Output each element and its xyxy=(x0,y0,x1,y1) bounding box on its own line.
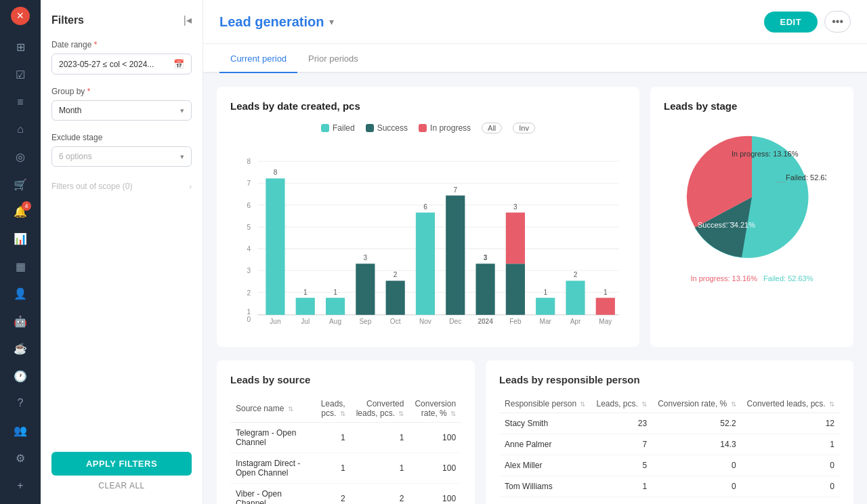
exclude-stage-value: 6 options xyxy=(59,152,92,161)
nav-people[interactable]: 👥 xyxy=(8,419,33,442)
nav-home[interactable]: ⌂ xyxy=(8,118,33,141)
exclude-stage-select[interactable]: 6 options ▾ xyxy=(51,146,192,167)
nav-coffee[interactable]: ☕ xyxy=(8,337,33,360)
source-table: Source name ⇅ Leads,pcs. ⇅ Convertedlead… xyxy=(230,395,461,504)
clear-all-button[interactable]: CLEAR ALL xyxy=(51,481,192,490)
person-table-card: Leads by responsible person Responsible … xyxy=(486,360,853,504)
nav-notifications[interactable]: 🔔 4 xyxy=(8,200,33,223)
source-table-title: Leads by source xyxy=(230,374,461,385)
group-by-group: Group by * Month ▾ xyxy=(51,87,192,121)
bar-chart-legend: Failed Success In progress All Inv xyxy=(230,123,626,133)
notification-badge: 4 xyxy=(22,201,31,211)
svg-text:Failed: 52.63%: Failed: 52.63% xyxy=(786,173,826,182)
nav-chart[interactable]: ◎ xyxy=(8,145,33,168)
person-name: Anne Palmer xyxy=(499,434,591,455)
source-leads: 2 xyxy=(316,484,351,505)
person-leads: 23 xyxy=(591,413,652,434)
bar-apr-top xyxy=(566,280,585,314)
inv-filter-button[interactable]: Inv xyxy=(513,123,535,133)
group-by-label: Group by * xyxy=(51,87,192,96)
svg-text:Mar: Mar xyxy=(540,318,552,325)
filters-panel: Filters |◂ Date range * 2023-05-27 ≤ col… xyxy=(41,0,203,504)
source-converted: 2 xyxy=(351,484,410,505)
pie-chart-card: Leads by stage xyxy=(650,87,853,347)
svg-text:Jul: Jul xyxy=(301,318,310,325)
person-table-row: Stacy Smith 23 52.2 12 xyxy=(499,413,840,434)
page-title: Lead generation xyxy=(219,14,324,30)
pie-chart-title: Leads by stage xyxy=(664,100,840,112)
filters-out-of-scope[interactable]: Filters out of scope (0) › xyxy=(51,182,192,191)
bar-jun xyxy=(266,178,284,314)
close-button[interactable]: ✕ xyxy=(11,7,30,25)
col-conversion-rate[interactable]: Conversionrate, % ⇅ xyxy=(409,395,461,423)
nav-help[interactable]: ? xyxy=(8,392,33,415)
person-name: Stacy Smith xyxy=(499,413,591,434)
person-converted: 0 xyxy=(742,476,840,497)
exclude-stage-label: Exclude stage xyxy=(51,133,192,142)
source-table-header: Source name ⇅ Leads,pcs. ⇅ Convertedlead… xyxy=(230,395,461,423)
bar-nov xyxy=(416,213,435,315)
col-person-converted[interactable]: Converted leads, pcs. ⇅ xyxy=(742,395,840,413)
person-table-title: Leads by responsible person xyxy=(499,374,840,385)
col-person-leads[interactable]: Leads, pcs. ⇅ xyxy=(591,395,652,413)
nav-filter[interactable]: ≡ xyxy=(8,91,33,114)
nav-add[interactable]: + xyxy=(8,474,33,497)
svg-text:3: 3 xyxy=(364,254,368,261)
bar-2024 xyxy=(475,264,494,315)
nav-bar-chart[interactable]: ▦ xyxy=(8,255,33,278)
bar-jul xyxy=(296,298,315,315)
legend-in-progress: In progress xyxy=(419,123,471,133)
col-source-name[interactable]: Source name ⇅ xyxy=(230,395,316,423)
nav-tasks[interactable]: ☑ xyxy=(8,63,33,86)
nav-users[interactable]: 👤 xyxy=(8,282,33,306)
tables-row: Leads by source Source name ⇅ Leads,pcs.… xyxy=(217,360,853,504)
person-table-row: Tom Williams 1 0 0 xyxy=(499,476,840,497)
person-name: Tom Williams xyxy=(499,476,591,497)
bar-may xyxy=(596,298,615,315)
header-actions: EDIT ••• xyxy=(764,11,851,33)
group-by-select[interactable]: Month ▾ xyxy=(51,100,192,121)
person-converted: 0 xyxy=(742,455,840,476)
col-responsible-person[interactable]: Responsible person ⇅ xyxy=(499,395,591,413)
svg-text:2024: 2024 xyxy=(478,318,493,325)
nav-settings[interactable]: ⚙ xyxy=(8,446,33,469)
person-table-row: Alex Miller 5 0 0 xyxy=(499,455,840,476)
person-converted: 12 xyxy=(742,413,840,434)
col-person-rate[interactable]: Conversion rate, % ⇅ xyxy=(652,395,741,413)
nav-analytics[interactable]: 📊 xyxy=(8,228,33,251)
nav-cart[interactable]: 🛒 xyxy=(8,173,33,196)
col-leads-pcs[interactable]: Leads,pcs. ⇅ xyxy=(316,395,351,423)
tab-prior-periods[interactable]: Prior periods xyxy=(297,44,369,73)
source-name: Instagram Direct - Open Channel xyxy=(230,453,316,484)
all-filter-button[interactable]: All xyxy=(482,123,502,133)
nav-dashboard[interactable]: ⊞ xyxy=(8,36,33,59)
apply-filters-button[interactable]: APPLY FILTERS xyxy=(51,452,192,476)
collapse-button[interactable]: |◂ xyxy=(184,14,192,26)
person-rate: 0 xyxy=(652,497,741,505)
person-name: Justin Testard xyxy=(499,497,591,505)
source-table-row: Viber - Open Channel 2 2 100 xyxy=(230,484,461,505)
tab-current-period[interactable]: Current period xyxy=(219,44,297,73)
col-converted-leads[interactable]: Convertedleads, pcs. ⇅ xyxy=(351,395,410,423)
charts-row: Leads by date created, pcs Failed Succes… xyxy=(217,87,853,347)
svg-text:2: 2 xyxy=(394,271,398,278)
bar-dec xyxy=(446,196,465,315)
source-name: Telegram - Open Channel xyxy=(230,423,316,453)
edit-button[interactable]: EDIT xyxy=(764,12,818,33)
more-options-button[interactable]: ••• xyxy=(824,11,851,33)
nav-bot[interactable]: 🤖 xyxy=(8,310,33,333)
nav-clock[interactable]: 🕐 xyxy=(8,364,33,387)
chevron-down-icon: ▾ xyxy=(180,152,184,161)
svg-text:In progress: 13.16%: In progress: 13.16% xyxy=(732,150,799,158)
date-range-input[interactable]: 2023-05-27 ≤ col < 2024... 📅 xyxy=(51,54,192,75)
person-rate: 0 xyxy=(652,455,741,476)
svg-text:6: 6 xyxy=(423,203,427,211)
pie-label-failed: In progress: 13.16% xyxy=(690,274,757,282)
source-table-card: Leads by source Source name ⇅ Leads,pcs.… xyxy=(217,360,475,504)
title-dropdown-icon[interactable]: ▾ xyxy=(329,16,334,27)
chevron-down-icon: ▾ xyxy=(180,106,184,115)
svg-text:4: 4 xyxy=(247,245,251,253)
filters-title: Filters xyxy=(51,14,84,26)
svg-text:Dec: Dec xyxy=(449,318,461,325)
svg-text:6: 6 xyxy=(247,202,251,209)
